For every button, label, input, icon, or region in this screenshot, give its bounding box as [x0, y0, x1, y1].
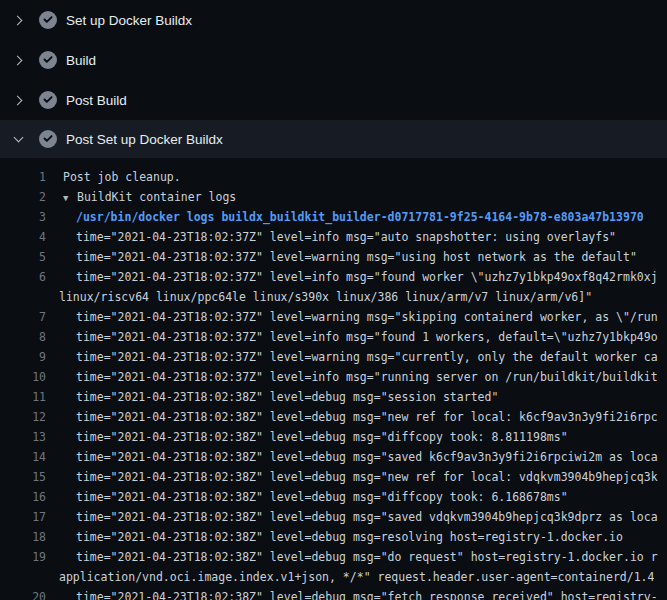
line-number[interactable]: 17	[0, 507, 46, 527]
log-line: 13time="2021-04-23T18:02:38Z" level=debu…	[0, 427, 667, 447]
log-line: linux/riscv64 linux/ppc64le linux/s390x …	[0, 287, 667, 307]
line-number[interactable]: 8	[0, 327, 46, 347]
log-line: 7time="2021-04-23T18:02:37Z" level=warni…	[0, 307, 667, 327]
line-number[interactable]: 1	[0, 167, 46, 187]
line-number[interactable]: 15	[0, 467, 46, 487]
line-number	[0, 287, 46, 307]
log-line: 3/usr/bin/docker logs buildx_buildkit_bu…	[0, 207, 667, 227]
log-line: 17time="2021-04-23T18:02:38Z" level=debu…	[0, 507, 667, 527]
log-text: time="2021-04-23T18:02:38Z" level=debug …	[46, 407, 658, 427]
step-header-build[interactable]: Build	[0, 40, 667, 80]
log-line: 18time="2021-04-23T18:02:38Z" level=debu…	[0, 527, 667, 547]
step-header-post-set-up-docker-buildx[interactable]: Post Set up Docker Buildx	[0, 120, 667, 158]
log-text: time="2021-04-23T18:02:38Z" level=debug …	[46, 427, 568, 447]
log-line: 9time="2021-04-23T18:02:37Z" level=warni…	[0, 347, 667, 367]
group-expanded-marker-icon[interactable]: ▼	[63, 188, 77, 208]
line-number[interactable]: 12	[0, 407, 46, 427]
log-line: 19time="2021-04-23T18:02:38Z" level=debu…	[0, 547, 667, 567]
step-title: Build	[66, 53, 96, 68]
log-text: time="2021-04-23T18:02:37Z" level=warnin…	[46, 307, 658, 327]
log-line: application/vnd.oci.image.index.v1+json,…	[0, 567, 667, 587]
line-number[interactable]: 2	[0, 187, 46, 207]
line-number[interactable]: 11	[0, 387, 46, 407]
log-line: 12time="2021-04-23T18:02:38Z" level=debu…	[0, 407, 667, 427]
line-number[interactable]: 18	[0, 527, 46, 547]
line-number[interactable]: 19	[0, 547, 46, 567]
log-text: time="2021-04-23T18:02:38Z" level=debug …	[46, 547, 658, 567]
line-number[interactable]: 4	[0, 227, 46, 247]
chevron-down-icon	[13, 134, 24, 145]
log-text: time="2021-04-23T18:02:38Z" level=debug …	[46, 587, 658, 600]
log-line: 4time="2021-04-23T18:02:37Z" level=info …	[0, 227, 667, 247]
log-text: time="2021-04-23T18:02:38Z" level=debug …	[46, 507, 658, 527]
log-text: linux/riscv64 linux/ppc64le linux/s390x …	[46, 287, 592, 307]
line-number[interactable]: 7	[0, 307, 46, 327]
log-text[interactable]: ▼BuildKit container logs	[46, 187, 236, 207]
log-rows: 1Post job cleanup.2▼BuildKit container l…	[0, 158, 667, 600]
log-line: 16time="2021-04-23T18:02:38Z" level=debu…	[0, 487, 667, 507]
log-line: 15time="2021-04-23T18:02:38Z" level=debu…	[0, 467, 667, 487]
line-number[interactable]: 5	[0, 247, 46, 267]
log-command-text: /usr/bin/docker logs buildx_buildkit_bui…	[46, 207, 644, 227]
log-line: 6time="2021-04-23T18:02:37Z" level=info …	[0, 267, 667, 287]
step-title: Post Set up Docker Buildx	[66, 132, 223, 147]
check-circle-icon	[39, 130, 57, 148]
log-text: time="2021-04-23T18:02:37Z" level=info m…	[46, 327, 658, 347]
log-line: 5time="2021-04-23T18:02:37Z" level=warni…	[0, 247, 667, 267]
log-text: time="2021-04-23T18:02:38Z" level=debug …	[46, 447, 658, 467]
check-circle-icon	[39, 11, 57, 29]
line-number[interactable]: 6	[0, 267, 46, 287]
log-line: 20time="2021-04-23T18:02:38Z" level=debu…	[0, 587, 667, 600]
log-line: 14time="2021-04-23T18:02:38Z" level=debu…	[0, 447, 667, 467]
log-line: 8time="2021-04-23T18:02:37Z" level=info …	[0, 327, 667, 347]
log-line: 2▼BuildKit container logs	[0, 187, 667, 207]
line-number[interactable]: 9	[0, 347, 46, 367]
actions-log-viewer: Set up Docker Buildx Build Post Build Po…	[0, 0, 667, 600]
line-number[interactable]: 20	[0, 587, 46, 600]
check-circle-icon	[39, 51, 57, 69]
log-line: 1Post job cleanup.	[0, 167, 667, 187]
line-number	[0, 567, 46, 587]
log-text: time="2021-04-23T18:02:37Z" level=info m…	[46, 267, 658, 287]
log-text: time="2021-04-23T18:02:37Z" level=warnin…	[46, 347, 658, 367]
line-number[interactable]: 13	[0, 427, 46, 447]
chevron-right-icon	[13, 15, 24, 26]
log-text: time="2021-04-23T18:02:38Z" level=debug …	[46, 527, 623, 547]
line-number[interactable]: 3	[0, 207, 46, 227]
line-number[interactable]: 16	[0, 487, 46, 507]
log-text: time="2021-04-23T18:02:38Z" level=debug …	[46, 387, 498, 407]
log-text: application/vnd.oci.image.index.v1+json,…	[46, 567, 654, 587]
step-header-set-up-docker-buildx[interactable]: Set up Docker Buildx	[0, 0, 667, 40]
log-line: 10time="2021-04-23T18:02:37Z" level=info…	[0, 367, 667, 387]
step-list: Set up Docker Buildx Build Post Build Po…	[0, 0, 667, 158]
step-title: Set up Docker Buildx	[66, 13, 192, 28]
chevron-right-icon	[13, 95, 24, 106]
log-line: 11time="2021-04-23T18:02:38Z" level=debu…	[0, 387, 667, 407]
log-text: time="2021-04-23T18:02:38Z" level=debug …	[46, 487, 568, 507]
step-title: Post Build	[66, 93, 127, 108]
log-text: Post job cleanup.	[46, 167, 181, 187]
step-header-post-build[interactable]: Post Build	[0, 80, 667, 120]
chevron-right-icon	[13, 55, 24, 66]
log-text: time="2021-04-23T18:02:37Z" level=warnin…	[46, 247, 637, 267]
log-text: time="2021-04-23T18:02:37Z" level=info m…	[46, 227, 616, 247]
check-circle-icon	[39, 91, 57, 109]
line-number[interactable]: 10	[0, 367, 46, 387]
log-text: time="2021-04-23T18:02:37Z" level=info m…	[46, 367, 658, 387]
log-text: time="2021-04-23T18:02:38Z" level=debug …	[46, 467, 658, 487]
line-number[interactable]: 14	[0, 447, 46, 467]
